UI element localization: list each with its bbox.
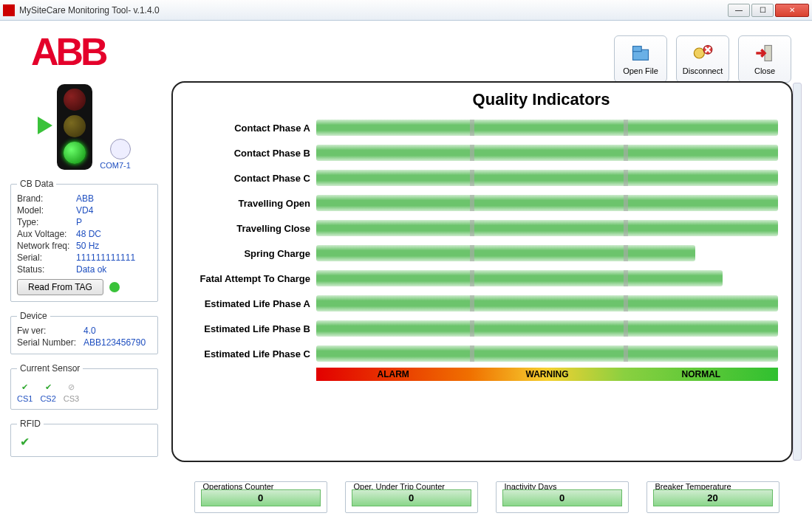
read-from-tag-button[interactable]: Read From TAG: [17, 279, 103, 295]
indicator-bar: [316, 120, 778, 136]
zone-divider: [470, 270, 474, 286]
indicator-label: Contact Phase B: [186, 148, 310, 159]
device-group: Device Fw ver:4.0 Serial Number:ABB12345…: [10, 311, 158, 354]
counter-ops-value: 0: [201, 489, 321, 506]
counter-temperature: Breaker Temperature 20: [646, 477, 779, 513]
cs1-label: CS1: [17, 394, 33, 403]
maximize-button[interactable]: ☐: [751, 4, 774, 17]
zone-divider: [470, 120, 474, 136]
cb-data-group: CB Data Brand:ABB Model:VD4 Type:P Aux V…: [10, 179, 158, 302]
disabled-icon: ⊘: [66, 381, 78, 393]
app-icon: [3, 4, 15, 16]
cb-status-key: Status:: [17, 264, 76, 275]
cb-serial-key: Serial:: [17, 252, 76, 263]
lamp-red: [64, 89, 86, 111]
indicator-row: Estimated Life Phase A: [186, 291, 778, 316]
dev-sn-val: ABB123456790: [83, 337, 151, 348]
panel-title: Quality Indicators: [186, 90, 778, 109]
device-db-icon[interactable]: [110, 139, 131, 159]
cb-type-val: P: [76, 217, 151, 227]
cs3-label: CS3: [64, 394, 79, 403]
indicator-row: Fatal Attempt To Charge: [186, 266, 778, 291]
minimize-button[interactable]: —: [728, 4, 750, 17]
lamp-yellow: [64, 115, 86, 137]
zone-divider: [470, 145, 474, 161]
zone-divider: [624, 145, 628, 161]
window-close-button[interactable]: ✕: [775, 4, 809, 17]
svg-rect-1: [633, 47, 642, 52]
main-toolbar: Open File Disconnect Close: [614, 35, 791, 83]
current-sensor-legend: Current Sensor: [17, 363, 83, 374]
indicator-bar: [316, 345, 778, 362]
open-file-label: Open File: [623, 66, 658, 75]
indicator-bar: [316, 295, 778, 312]
counter-operations: Operations Counter 0: [194, 477, 327, 513]
indicator-label: Contact Phase C: [186, 173, 310, 184]
status-traffic-area: COM7-1: [10, 81, 158, 170]
zone-divider: [470, 295, 474, 312]
indicator-row: Estimated Life Phase C: [186, 341, 778, 366]
cb-type-key: Type:: [17, 217, 76, 227]
sensor-cs3: ⊘ CS3: [64, 381, 79, 403]
indicator-bar: [316, 195, 778, 211]
indicator-bar: [316, 170, 778, 186]
indicator-row: Travelling Open: [186, 190, 778, 216]
cb-data-legend: CB Data: [17, 179, 56, 189]
zone-divider: [470, 345, 474, 362]
indicator-row: Spring Charge: [186, 241, 778, 266]
cb-serial-val: 111111111111: [76, 252, 151, 263]
zone-divider: [624, 245, 628, 261]
indicator-label: Spring Charge: [186, 248, 310, 259]
cb-status-val: Data ok: [76, 264, 151, 275]
indicator-bar: [316, 220, 778, 236]
open-file-button[interactable]: Open File: [614, 35, 667, 83]
zone-divider: [624, 345, 628, 362]
zone-alarm-label: ALARM: [316, 368, 470, 381]
left-sidebar: COM7-1 CB Data Brand:ABB Model:VD4 Type:…: [10, 81, 158, 513]
zone-legend: ALARM WARNING NORMAL: [316, 368, 778, 381]
zone-divider: [470, 320, 474, 337]
sensor-cs2: ✔ CS2: [40, 381, 55, 403]
rfid-legend: RFID: [17, 419, 44, 429]
indicator-row: Contact Phase B: [186, 140, 778, 165]
close-label: Close: [754, 66, 775, 75]
indicator-label: Travelling Open: [186, 198, 310, 209]
panel-scrollbar[interactable]: [793, 83, 802, 461]
traffic-light: [57, 84, 92, 170]
indicator-label: Estimated Life Phase B: [186, 323, 310, 334]
counter-trip: Oper. Under Trip Counter 0: [345, 477, 478, 513]
check-icon: ✔: [42, 381, 54, 393]
disconnect-label: Disconnect: [683, 66, 723, 75]
disconnect-icon: [692, 43, 713, 63]
indicator-label: Fatal Attempt To Charge: [186, 273, 310, 284]
close-button[interactable]: Close: [738, 35, 791, 83]
zone-divider: [470, 170, 474, 186]
indicator-label: Estimated Life Phase C: [186, 348, 310, 360]
indicator-bar: [316, 245, 695, 261]
counter-trip-value: 0: [352, 489, 471, 506]
check-icon: ✔: [17, 433, 151, 450]
cb-freq-key: Network freq:: [17, 241, 76, 251]
zone-divider: [624, 195, 628, 211]
disconnect-button[interactable]: Disconnect: [676, 35, 729, 83]
indicator-bar: [316, 320, 778, 337]
play-icon[interactable]: [38, 117, 52, 134]
folder-open-icon: [630, 43, 651, 63]
zone-warning-label: WARNING: [470, 368, 624, 381]
zone-divider: [624, 220, 628, 236]
indicator-bar: [316, 270, 723, 286]
sensor-cs1: ✔ CS1: [17, 381, 33, 403]
window-title: MySiteCare Monitoring Tool- v.1.4.0: [19, 5, 728, 16]
cb-model-val: VD4: [76, 205, 151, 216]
cb-freq-val: 50 Hz: [76, 241, 151, 251]
zone-divider: [624, 170, 628, 186]
counter-inact-value: 0: [502, 489, 622, 506]
svg-point-2: [694, 48, 704, 58]
dev-sn-key: Serial Number:: [17, 337, 83, 348]
tag-status-dot: [109, 282, 120, 292]
indicator-label: Travelling Close: [186, 223, 310, 234]
counters-row: Operations Counter 0 Oper. Under Trip Co…: [171, 477, 802, 513]
zone-divider: [470, 195, 474, 211]
zone-divider: [624, 295, 628, 312]
cb-model-key: Model:: [17, 205, 76, 216]
